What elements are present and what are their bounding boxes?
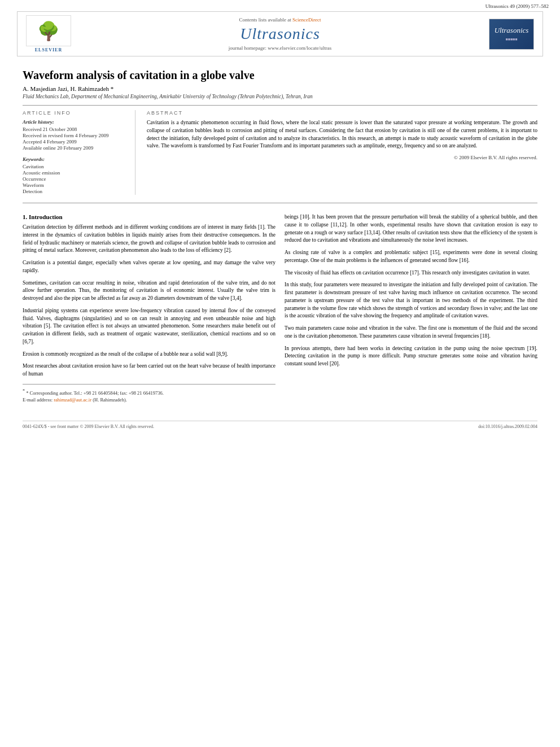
copyright-line: © 2009 Elsevier B.V. All rights reserved… — [147, 155, 537, 160]
elsevier-logo-img: 🌳 — [26, 15, 71, 46]
elsevier-wordmark: ELSEVIER — [35, 47, 62, 53]
footnote-star-note: * * Corresponding author. Tel.: +98 21 6… — [23, 388, 275, 397]
sciencedirect-link: Contents lists available at ScienceDirec… — [85, 17, 475, 23]
footnote-star: * — [23, 388, 25, 394]
body-para-r1: beings [10]. It has been proven that the… — [285, 213, 537, 244]
footnote-email: E-mail address: rahimzad@aut.ac.ir (H. R… — [23, 397, 275, 404]
article-affiliation: Fluid Mechanics Lab, Department of Mecha… — [23, 94, 537, 99]
body-para-r5: Two main parameters cause noise and vibr… — [285, 325, 537, 340]
journal-header: Ultrasonics 49 (2009) 577–582 🌳 ELSEVIER… — [0, 0, 560, 56]
body-col-left: 1. Introduction Cavitation detection by … — [23, 213, 275, 404]
keyword-5: Detection — [23, 189, 126, 194]
body-para-2: Cavitation is a potential danger, especi… — [23, 259, 275, 275]
footer-doi: doi:10.1016/j.ultras.2009.02.004 — [478, 424, 537, 429]
article-content: Waveform analysis of cavitation in a glo… — [0, 56, 560, 415]
abstract-label: ABSTRACT — [147, 110, 537, 116]
footer-bottom: 0041-624X/$ - see front matter © 2009 El… — [23, 421, 537, 429]
abstract-col: ABSTRACT Cavitation is a dynamic phenome… — [147, 110, 537, 195]
ultrasonics-logo-box: Ultrasonics ■■■■■ — [489, 19, 534, 50]
body-para-6: Most researches about cavitation erosion… — [23, 362, 275, 378]
body-para-r4: In this study, four parameters were meas… — [285, 281, 537, 320]
received-date: Received 21 October 2008 — [23, 126, 126, 132]
available-date: Available online 20 February 2009 — [23, 145, 126, 151]
footnote-email-address[interactable]: rahimzad@aut.ac.ir — [54, 397, 91, 403]
divider-top — [23, 105, 537, 106]
abstract-text: Cavitation is a dynamic phenomenon occur… — [147, 119, 537, 150]
divider-middle — [23, 203, 537, 203]
journal-center: Contents lists available at ScienceDirec… — [74, 17, 486, 51]
body-para-5: Erosion is commonly recognized as the re… — [23, 351, 275, 359]
keyword-2: Acoustic emission — [23, 170, 126, 176]
keywords-label: Keywords: — [23, 156, 126, 162]
body-para-r2: As closing rate of valve is a complex an… — [285, 249, 537, 265]
body-para-r3: The viscosity of fluid has effects on ca… — [285, 269, 537, 277]
body-para-1: Cavitation detection by different method… — [23, 224, 275, 255]
keyword-4: Waveform — [23, 182, 126, 188]
body-two-col: 1. Introduction Cavitation detection by … — [23, 213, 537, 404]
history-label: Article history: — [23, 119, 126, 125]
article-info-label: ARTICLE INFO — [23, 110, 126, 116]
keywords-section: Keywords: Cavitation Acoustic emission O… — [23, 156, 126, 194]
footer-issn: 0041-624X/$ - see front matter © 2009 El… — [23, 424, 154, 429]
body-para-r6: In previous attempts, there had been wor… — [285, 345, 537, 368]
journal-meta-text: Ultrasonics 49 (2009) 577–582 — [485, 3, 549, 9]
journal-banner: 🌳 ELSEVIER Contents lists available at S… — [17, 11, 543, 56]
body-para-3: Sometimes, cavitation can occur resultin… — [23, 279, 275, 303]
article-info-abstract-section: ARTICLE INFO Article history: Received 2… — [23, 110, 537, 195]
article-title: Waveform analysis of cavitation in a glo… — [23, 69, 537, 82]
accepted-date: Accepted 4 February 2009 — [23, 139, 126, 145]
journal-homepage: journal homepage: www.elsevier.com/locat… — [85, 45, 475, 51]
ultrasonics-logo-text: Ultrasonics ■■■■■ — [495, 26, 529, 42]
section1-heading: 1. Introduction — [23, 213, 275, 220]
keyword-1: Cavitation — [23, 164, 126, 169]
footnote-section: * * Corresponding author. Tel.: +98 21 6… — [23, 384, 275, 404]
article-authors: A. Masjedian Jazi, H. Rahimzadeh * — [23, 85, 537, 92]
article-info-col: ARTICLE INFO Article history: Received 2… — [23, 110, 135, 195]
body-para-4: Industrial piping systems can experience… — [23, 307, 275, 346]
journal-logo-right: Ultrasonics ■■■■■ — [486, 19, 537, 50]
sciencedirect-anchor[interactable]: ScienceDirect — [292, 17, 321, 23]
page-wrapper: Ultrasonics 49 (2009) 577–582 🌳 ELSEVIER… — [0, 0, 560, 429]
body-col-right: beings [10]. It has been proven that the… — [285, 213, 537, 404]
keyword-3: Occurrence — [23, 176, 126, 182]
elsevier-logo: 🌳 ELSEVIER — [23, 15, 74, 53]
journal-meta-top: Ultrasonics 49 (2009) 577–582 — [11, 3, 549, 9]
journal-title-banner: Ultrasonics — [85, 25, 475, 43]
received-revised-date: Received in revised form 4 February 2009 — [23, 133, 126, 138]
